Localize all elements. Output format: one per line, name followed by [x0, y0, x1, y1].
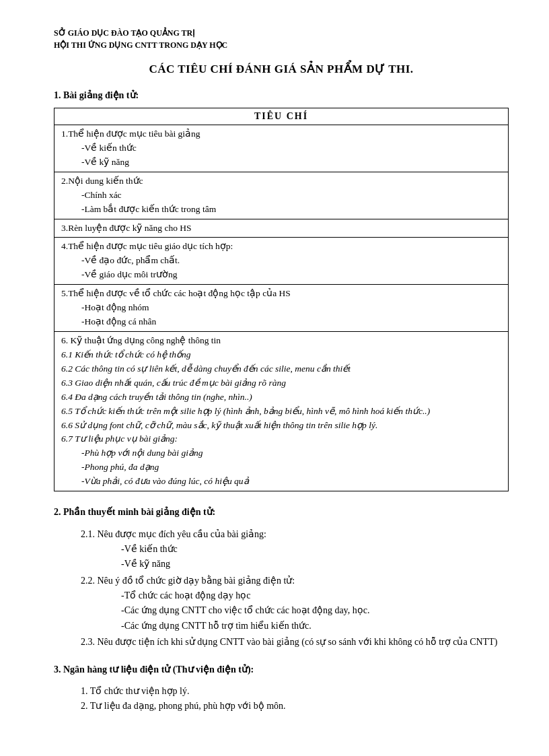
criteria-italic-sub: -Vừa phải, có đưa vào đúng lúc, có hiệu … — [61, 475, 501, 489]
section3-item: 1. Tổ chức thư viện hợp lý. — [81, 684, 509, 699]
criteria-main: 6. Kỹ thuật ứng dụng công nghệ thông tin — [61, 335, 221, 345]
criteria-main: 4.Thể hiện được mục tiêu giáo dục tích h… — [61, 241, 233, 251]
org-line2: HỘI THI ỨNG DỤNG CNTT TRONG DẠY HỌC — [54, 39, 509, 51]
criteria-sub: -Hoạt động nhóm — [61, 301, 501, 315]
section2-sub: -Về kiến thức — [81, 542, 509, 557]
criteria-table: TIÊU CHÍ 1.Thể hiện được mục tiêu bài gi… — [54, 108, 509, 491]
section2-item: 2.1. Nêu được mục đích yêu cầu của bài g… — [81, 527, 509, 572]
criteria-sub: -Về giáo dục môi trường — [61, 268, 501, 282]
criteria-main: 1.Thể hiện được mục tiêu bài giảng — [61, 129, 200, 139]
table-row: 3.Rèn luyện được kỹ năng cho HS — [54, 219, 509, 238]
section3-item: 2. Tư liệu đa dạng, phong phú, phù hợp v… — [81, 699, 509, 714]
section2-sub: -Về kỹ năng — [81, 557, 509, 572]
table-row: 6. Kỹ thuật ứng dụng công nghệ thông tin… — [54, 331, 509, 491]
section3-heading: 3. Ngân hàng tư liệu điện tử (Thư viện đ… — [54, 662, 509, 677]
criteria-main: 2.Nội dung kiến thức — [61, 176, 143, 186]
org-line1: SỞ GIÁO DỤC ĐÀO TẠO QUẢNG TRỊ — [54, 27, 509, 39]
criteria-italic: 6.6 Sử dụng font chữ, cỡ chữ, màu sắc, k… — [61, 419, 501, 433]
table-row: 2.Nội dung kiến thức-Chính xác-Làm bắt đ… — [54, 172, 509, 219]
criteria-main: 3.Rèn luyện được kỹ năng cho HS — [61, 223, 192, 233]
section2-sub: -Các ứng dụng CNTT cho việc tổ chức các … — [81, 603, 509, 618]
table-row: 4.Thể hiện được mục tiêu giáo dục tích h… — [54, 238, 509, 285]
criteria-italic: 6.2 Các thông tin có sự liên kết, dễ dàn… — [61, 362, 501, 376]
criteria-sub: -Làm bắt được kiến thức trong tâm — [61, 203, 501, 217]
section2-heading: 2. Phần thuyết minh bài giảng điện tử: — [54, 505, 509, 520]
criteria-italic: 6.1 Kiến thức tổ chức có hệ thống — [61, 348, 501, 362]
main-title: CÁC TIÊU CHÍ ĐÁNH GIÁ SẢN PHẨM DỰ THI. — [54, 62, 509, 76]
criteria-sub: -Hoạt động cá nhân — [61, 315, 501, 329]
criteria-italic: 6.4 Đa dạng cách truyền tải thông tin (n… — [61, 390, 501, 405]
section1-heading: 1. Bài giảng điện tử: — [54, 90, 509, 101]
criteria-italic: 6.7 Tư liệu phục vụ bài giảng: — [61, 432, 501, 446]
criteria-italic-sub: -Phù hợp với nội dung bài giảng — [61, 446, 501, 460]
criteria-sub: -Về kỹ năng — [61, 156, 501, 170]
section2-sub: -Tổ chức các hoạt động dạy học — [81, 588, 509, 603]
criteria-italic-sub: -Phong phú, đa dạng — [61, 460, 501, 475]
criteria-sub: -Về kiến thức — [61, 141, 501, 156]
section2: 2. Phần thuyết minh bài giảng điện tử: 2… — [54, 505, 509, 650]
section3: 3. Ngân hàng tư liệu điện tử (Thư viện đ… — [54, 662, 509, 714]
criteria-italic: 6.3 Giao diện nhất quán, cấu trúc đề mục… — [61, 376, 501, 390]
table-row: 5.Thể hiện được về tổ chức các hoạt động… — [54, 285, 509, 332]
section2-item: 2.3. Nêu được tiện ích khi sử dụng CNTT … — [81, 635, 509, 650]
table-header: TIÊU CHÍ — [54, 108, 509, 125]
table-row: 1.Thể hiện được mục tiêu bài giảng-Về ki… — [54, 125, 509, 172]
header: SỞ GIÁO DỤC ĐÀO TẠO QUẢNG TRỊ HỘI THI ỨN… — [54, 27, 509, 51]
section2-sub: -Các ứng dụng CNTT hỗ trợ tìm hiểu kiến … — [81, 619, 509, 633]
criteria-main: 5.Thể hiện được về tổ chức các hoạt động… — [61, 288, 291, 298]
criteria-sub: -Chính xác — [61, 188, 501, 203]
section2-item: 2.2. Nêu ý đồ tổ chức giờ dạy bằng bài g… — [81, 574, 509, 634]
criteria-sub: -Về đạo đức, phẩm chất. — [61, 254, 501, 268]
criteria-italic: 6.5 Tổ chức kiến thức trên một silie hợp… — [61, 405, 501, 419]
